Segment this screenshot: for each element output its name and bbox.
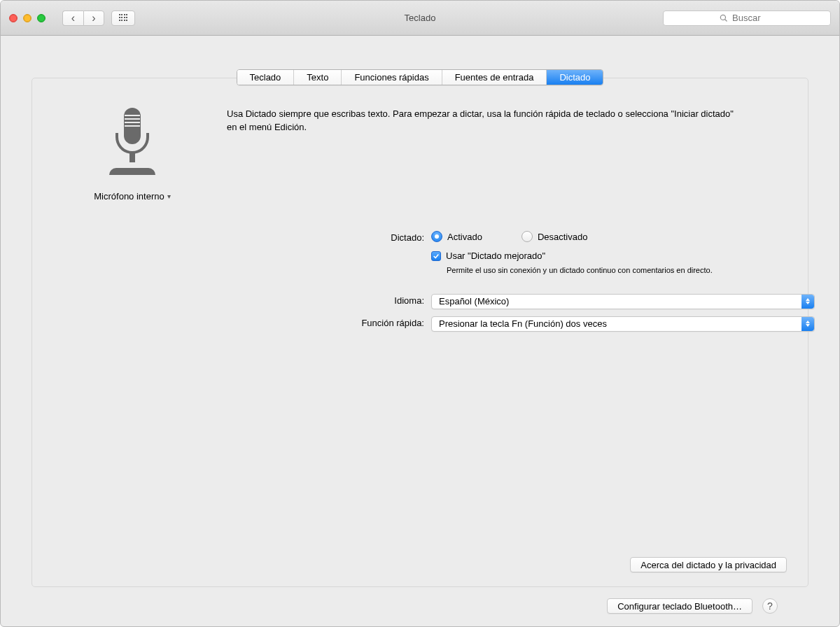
- row-language: Idioma: Español (México): [53, 294, 787, 309]
- grid-icon: [119, 14, 127, 22]
- row-shortcut: Función rápida: Presionar la tecla Fn (F…: [53, 316, 787, 332]
- content-area: Teclado Texto Funciones rápidas Fuentes …: [1, 36, 839, 626]
- tabbar-wrap: Teclado Texto Funciones rápidas Fuentes …: [31, 69, 808, 85]
- settings-form: Dictado: Activado Desactivado: [53, 231, 787, 339]
- label-shortcut: Función rápida:: [53, 316, 431, 328]
- microphone-label: Micrófono interno: [94, 191, 164, 202]
- configure-bluetooth-keyboard-button[interactable]: Configurar teclado Bluetooth…: [607, 598, 752, 614]
- checkbox-enhanced-dictation[interactable]: Usar "Dictado mejorado": [431, 251, 787, 261]
- row-dictation: Dictado: Activado Desactivado: [53, 231, 787, 276]
- dictation-radio-group: Activado Desactivado: [431, 231, 787, 242]
- bluetooth-button-label: Configurar teclado Bluetooth…: [617, 601, 742, 612]
- panel-footer: Acerca del dictado y la privacidad: [53, 557, 787, 572]
- tab-texto[interactable]: Texto: [294, 70, 342, 85]
- search-icon: [720, 14, 728, 22]
- svg-rect-4: [125, 125, 140, 127]
- svg-rect-1: [125, 115, 140, 116]
- language-select[interactable]: Español (México): [431, 294, 815, 309]
- enhanced-helper-text: Permite el uso sin conexión y un dictado…: [447, 265, 727, 276]
- svg-rect-3: [125, 122, 140, 123]
- svg-rect-2: [125, 118, 140, 120]
- close-window-button[interactable]: [9, 14, 18, 22]
- language-value: Español (México): [439, 296, 509, 307]
- radio-off-label: Desactivado: [538, 232, 588, 242]
- radio-off-indicator: [522, 231, 533, 242]
- radio-dictation-on[interactable]: Activado: [431, 231, 482, 242]
- search-field[interactable]: [663, 10, 831, 26]
- search-input[interactable]: [732, 13, 774, 23]
- panel-dictado: Micrófono interno ▾ Usa Dictado siempre …: [31, 78, 808, 587]
- help-icon: ?: [767, 600, 773, 612]
- checkbox-indicator: [431, 251, 441, 261]
- search-field-wrap: [663, 10, 831, 26]
- radio-on-indicator: [431, 231, 442, 242]
- back-button[interactable]: [62, 10, 83, 26]
- help-button[interactable]: ?: [762, 598, 778, 614]
- description-text: Usa Dictado siempre que escribas texto. …: [227, 105, 787, 202]
- label-language: Idioma:: [53, 294, 431, 306]
- top-row: Micrófono interno ▾ Usa Dictado siempre …: [53, 105, 787, 202]
- show-all-button[interactable]: [111, 10, 135, 26]
- preferences-window: Teclado Teclado Texto Funciones rápidas …: [0, 0, 840, 627]
- checkmark-icon: [433, 253, 440, 260]
- chevron-down-icon: ▾: [167, 192, 171, 200]
- tab-funciones[interactable]: Funciones rápidas: [342, 70, 442, 85]
- checkbox-enhanced-label: Usar "Dictado mejorado": [446, 251, 545, 261]
- microphone-selector[interactable]: Micrófono interno ▾: [94, 191, 170, 202]
- about-dictation-privacy-button[interactable]: Acerca del dictado y la privacidad: [630, 557, 787, 572]
- microphone-column: Micrófono interno ▾: [53, 105, 211, 202]
- microphone-icon: [109, 108, 155, 181]
- window-title: Teclado: [405, 13, 436, 23]
- nav-back-forward: [62, 10, 104, 26]
- updown-arrows-icon: [802, 317, 814, 331]
- titlebar: Teclado: [1, 1, 839, 36]
- updown-arrows-icon: [802, 295, 814, 309]
- about-privacy-label: Acerca del dictado y la privacidad: [640, 560, 776, 570]
- tab-dictado[interactable]: Dictado: [547, 70, 603, 85]
- zoom-window-button[interactable]: [37, 14, 46, 22]
- tab-teclado[interactable]: Teclado: [237, 70, 295, 85]
- radio-dictation-off[interactable]: Desactivado: [522, 231, 588, 242]
- chevron-right-icon: [92, 12, 95, 24]
- shortcut-value: Presionar la tecla Fn (Función) dos vece…: [439, 318, 607, 329]
- chevron-left-icon: [71, 12, 75, 24]
- forward-button[interactable]: [83, 10, 104, 26]
- traffic-lights: [9, 14, 46, 22]
- shortcut-select[interactable]: Presionar la tecla Fn (Función) dos vece…: [431, 316, 815, 332]
- tabbar: Teclado Texto Funciones rápidas Fuentes …: [237, 69, 604, 85]
- tab-fuentes[interactable]: Fuentes de entrada: [442, 70, 547, 85]
- radio-on-label: Activado: [447, 232, 482, 242]
- window-footer: Configurar teclado Bluetooth… ?: [31, 587, 808, 614]
- minimize-window-button[interactable]: [23, 14, 31, 22]
- label-dictation: Dictado:: [53, 231, 431, 243]
